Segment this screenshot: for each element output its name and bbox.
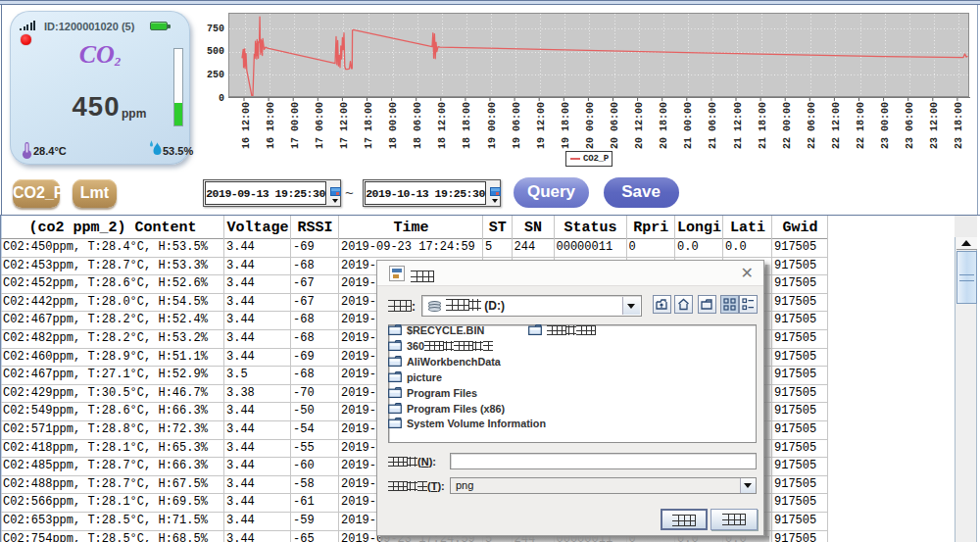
svg-text:250: 250 — [207, 70, 224, 80]
svg-text:23 00:00: 23 00:00 — [880, 102, 891, 149]
svg-text:16 18:00: 16 18:00 — [266, 102, 276, 149]
svg-text:23 18:00: 23 18:00 — [954, 102, 964, 149]
svg-text:19 18:00: 19 18:00 — [561, 102, 571, 149]
svg-text:18 12:00: 18 12:00 — [437, 102, 448, 149]
svg-text:500: 500 — [207, 46, 224, 57]
svg-text:19 00:00: 19 00:00 — [487, 102, 498, 149]
svg-text:19 12:00: 19 12:00 — [536, 102, 547, 149]
svg-text:17 06:00: 17 06:00 — [315, 102, 325, 149]
svg-text:21 12:00: 21 12:00 — [733, 102, 744, 149]
svg-text:17 18:00: 17 18:00 — [364, 102, 374, 149]
svg-text:21 00:00: 21 00:00 — [683, 102, 694, 149]
svg-text:19 06:00: 19 06:00 — [512, 102, 522, 149]
svg-text:18 06:00: 18 06:00 — [413, 102, 423, 149]
svg-text:22 06:00: 22 06:00 — [807, 102, 817, 149]
svg-text:0: 0 — [219, 93, 224, 104]
svg-text:21 06:00: 21 06:00 — [708, 102, 718, 149]
svg-text:23 06:00: 23 06:00 — [905, 102, 915, 149]
svg-text:20 00:00: 20 00:00 — [585, 102, 596, 149]
svg-text:21 18:00: 21 18:00 — [758, 102, 768, 149]
svg-text:20 18:00: 20 18:00 — [659, 102, 669, 149]
svg-text:20 06:00: 20 06:00 — [610, 102, 620, 149]
svg-text:16 12:00: 16 12:00 — [241, 102, 252, 149]
svg-text:22 12:00: 22 12:00 — [831, 102, 842, 149]
svg-text:20 12:00: 20 12:00 — [634, 102, 645, 149]
svg-text:22 00:00: 22 00:00 — [782, 102, 793, 149]
svg-text:18 00:00: 18 00:00 — [388, 102, 399, 149]
svg-text:18 18:00: 18 18:00 — [462, 102, 472, 149]
svg-text:17 12:00: 17 12:00 — [339, 102, 350, 149]
svg-text:23 12:00: 23 12:00 — [929, 102, 940, 149]
svg-text:17 00:00: 17 00:00 — [290, 102, 301, 149]
svg-text:750: 750 — [207, 24, 224, 34]
svg-text:22 18:00: 22 18:00 — [856, 102, 866, 149]
